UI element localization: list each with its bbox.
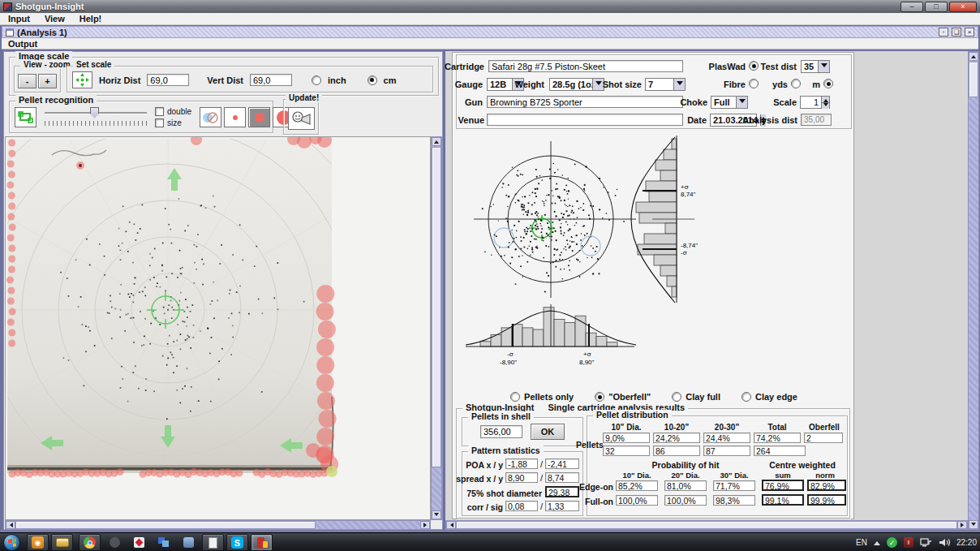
clay-edge-radio[interactable] [741, 392, 751, 402]
medium-pellet-button[interactable] [248, 107, 270, 127]
image-hscrollbar[interactable] [5, 520, 431, 530]
taskbar-app-5[interactable] [128, 534, 150, 551]
cartridge-input[interactable] [488, 60, 683, 72]
taskbar-app-4[interactable] [104, 534, 126, 551]
taskbar-app-camera[interactable]: ◉ [27, 534, 49, 551]
menu-help[interactable]: Help! [80, 14, 102, 24]
clay-full-radio[interactable] [672, 392, 681, 402]
prob-cell[interactable]: 82,9% [807, 480, 846, 491]
close-button[interactable]: × [949, 2, 977, 12]
dist-cell[interactable]: 32 [603, 446, 650, 456]
dist-cell[interactable]: 74,2% [754, 433, 801, 443]
menu-input[interactable]: Input [8, 14, 30, 24]
hscroll-thumb[interactable] [456, 521, 957, 529]
internal-minimize-button[interactable]: ▫ [939, 28, 948, 37]
update-button[interactable] [288, 107, 315, 130]
oberfell-radio[interactable] [595, 392, 604, 402]
prob-cell[interactable]: 85,2% [616, 480, 658, 491]
taskbar-app-8[interactable] [202, 534, 224, 551]
zoom-in-button[interactable]: + [38, 74, 57, 88]
small-pellet-button[interactable] [224, 107, 246, 127]
prob-cell[interactable]: 100,0% [616, 495, 658, 506]
maximize-button[interactable]: □ [925, 2, 948, 12]
zoom-out-button[interactable]: - [18, 74, 37, 88]
taskbar-app-chrome[interactable] [79, 534, 101, 551]
app-icon [183, 537, 194, 548]
scroll-right-button[interactable] [957, 521, 967, 529]
spin-up-icon[interactable] [822, 97, 829, 102]
prob-cell[interactable]: 71,7% [713, 480, 755, 491]
spin-down-icon[interactable] [822, 102, 829, 109]
dist-cell[interactable]: 264 [754, 446, 806, 456]
scroll-up-button[interactable] [969, 52, 978, 61]
minimize-button[interactable]: – [900, 2, 923, 12]
double-checkbox[interactable] [155, 107, 164, 116]
clock[interactable]: 22:20 [956, 538, 977, 547]
outer-vscrollbar[interactable] [968, 51, 979, 530]
corr-label: corr / sig [438, 502, 503, 512]
cm-radio[interactable] [368, 75, 377, 85]
tray-app-icon[interactable]: ‖ [904, 537, 913, 548]
internal-frame-titlebar[interactable]: (Analysis 1) ▫ ❏ × [2, 26, 978, 38]
dist-cell[interactable]: 86 [653, 446, 700, 456]
start-button[interactable] [3, 534, 20, 551]
hscroll-thumb[interactable] [15, 521, 316, 529]
prob-cell[interactable]: 100,0% [664, 495, 707, 506]
prob-cell[interactable]: 76,9% [762, 480, 804, 491]
internal-close-button[interactable]: × [965, 28, 974, 37]
taskbar-app-6[interactable]: ✓ [153, 534, 174, 551]
taskbar-app-skype[interactable]: S [226, 534, 248, 551]
taskbar-app-explorer[interactable] [51, 534, 73, 551]
prob-cell[interactable]: 98,3% [713, 495, 755, 506]
set-scale-button[interactable] [72, 71, 92, 88]
vert-dist-input[interactable] [250, 74, 292, 86]
scroll-up-button[interactable] [432, 137, 441, 146]
scroll-down-button[interactable] [969, 520, 978, 529]
m-radio[interactable] [823, 79, 833, 88]
chrome-icon [84, 536, 96, 549]
scroll-left-button[interactable] [6, 521, 15, 529]
dist-cell[interactable]: 24,2% [653, 433, 700, 443]
show-hidden-icons-button[interactable] [874, 538, 880, 545]
results-group: Shotgun-Insight Single cartridge analysi… [456, 408, 850, 519]
scale-spinner[interactable]: 1 [800, 96, 830, 109]
horiz-dist-input[interactable] [147, 74, 189, 86]
output-label: Output [8, 39, 37, 49]
size-checkbox[interactable] [155, 118, 164, 127]
clay-marker-button[interactable] [200, 107, 221, 127]
network-icon[interactable] [920, 537, 932, 548]
analysisdist-field[interactable] [801, 114, 832, 126]
menu-view[interactable]: View [45, 14, 65, 24]
slider-thumb[interactable] [90, 107, 99, 118]
taskbar-app-shotgun-insight[interactable] [251, 534, 273, 551]
prob-cell[interactable]: 99,9% [807, 494, 846, 506]
spread-x-field[interactable]: 8,90 [505, 472, 538, 483]
pellet-select-button[interactable] [15, 107, 37, 127]
status-check-icon[interactable]: ✓ [887, 537, 897, 548]
pellets-in-shell-input[interactable] [480, 425, 522, 438]
scroll-right-button[interactable] [420, 521, 430, 529]
poa-y-field[interactable]: -2,41 [545, 458, 579, 469]
prob-cell[interactable]: 81,0% [664, 480, 707, 491]
target-image-viewport[interactable] [5, 136, 431, 520]
shotsize-combo[interactable]: 7 [645, 78, 686, 91]
inch-radio[interactable] [312, 75, 321, 85]
vscroll-thumb[interactable] [969, 62, 978, 97]
dist-cell[interactable]: 87 [703, 446, 750, 456]
testdist-combo[interactable]: 35 [801, 60, 830, 73]
scroll-left-button[interactable] [446, 521, 456, 529]
internal-restore-button[interactable]: ❏ [952, 28, 961, 37]
poa-x-field[interactable]: -1,88 [505, 458, 538, 469]
vscroll-thumb[interactable] [432, 147, 441, 467]
speaker-icon[interactable] [939, 537, 950, 548]
pellets-only-radio[interactable] [510, 392, 520, 402]
right-hscrollbar[interactable] [445, 520, 968, 530]
dist-cell[interactable]: 2 [804, 433, 843, 443]
corr-field[interactable]: 0,08 [505, 501, 538, 511]
language-indicator[interactable]: EN [856, 538, 867, 547]
dist-cell[interactable]: 9,0% [603, 433, 650, 443]
taskbar-app-7[interactable] [178, 534, 200, 551]
dist-cell[interactable]: 24,4% [703, 433, 750, 443]
ok-button[interactable]: OK [531, 424, 565, 440]
prob-cell[interactable]: 99,1% [762, 494, 804, 506]
